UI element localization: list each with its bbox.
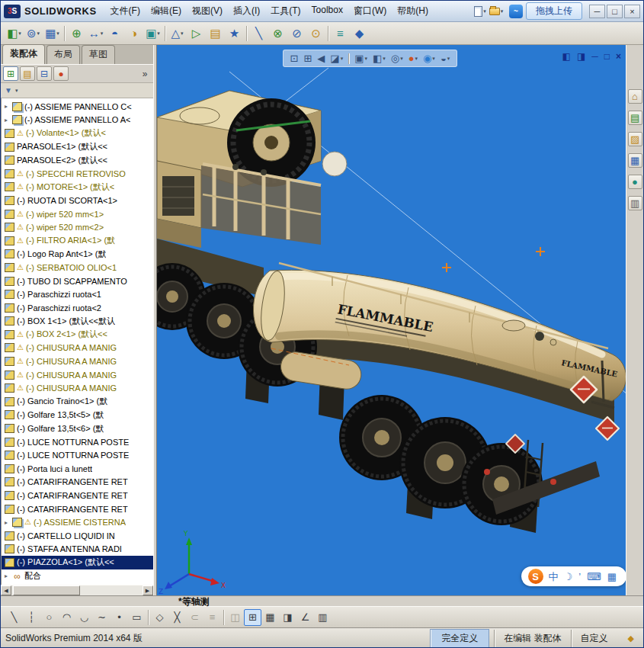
feature-tree-item[interactable]: ▸ ⚠ (-) CATARIFRANGENTE RET	[2, 502, 153, 516]
viewport-minimize-button[interactable]: ─	[591, 51, 598, 62]
menubar-item[interactable]: 插入(I)	[228, 2, 265, 21]
feature-tree-item[interactable]: ▸ ⚠ (-) RUOTA DI SCORTA<1>	[2, 194, 153, 207]
feature-tree-item[interactable]: ▸ ⚠ (-) SPECCHI RETROVISO	[2, 167, 153, 181]
clearance-verification-button[interactable]: ⊘ ▾	[287, 24, 306, 43]
units-settings-button[interactable]: ◨	[279, 609, 296, 626]
scroll-left-button[interactable]: ◀	[1, 585, 11, 595]
feature-tree-item[interactable]: ▸ ⚠ (-) ASSIEME PANNELLO A<	[2, 114, 153, 127]
feature-tree-item[interactable]: ▸ ⚠ (-) Volante<1> (默认<	[2, 127, 153, 140]
sketch-circle-button[interactable]: ○	[40, 609, 58, 626]
menubar-item[interactable]: 工具(T)	[265, 2, 306, 21]
expand-arrow-icon[interactable]: ▸	[5, 117, 10, 124]
feature-tree-item[interactable]: ▸ ⚠ (-) LUCE NOTTURNA POSTE	[2, 435, 153, 449]
appearances-scenes-button[interactable]: ●	[628, 175, 642, 189]
scroll-right-button[interactable]: ▶	[143, 585, 153, 595]
ime-toolbox-icon[interactable]: ▦	[607, 572, 617, 582]
tree-horizontal-scrollbar[interactable]: ◀ ▶	[1, 585, 153, 595]
feature-tree-item[interactable]: ▸ ⚠ (-) CATARIFRANGENTE RET	[2, 489, 153, 502]
view-palette-button[interactable]: ▦	[628, 153, 642, 168]
reference-geometry-button[interactable]: △ ▾	[168, 24, 187, 43]
angle-snap-button[interactable]: ∠	[296, 609, 314, 626]
ime-mode-toggle[interactable]: 中	[549, 572, 559, 582]
feature-tree-item[interactable]: ▸ ⚠ (-) Gancio Traino<1> (默	[2, 395, 153, 409]
mirror-entities-button[interactable]: ◫	[226, 609, 244, 626]
zoom-to-fit-button[interactable]: ⊡ ▾	[288, 52, 301, 65]
feature-tree-item[interactable]: ▸ ⚠ (-) Paraschizzi ruota<2	[2, 301, 153, 315]
sketch-spline-button[interactable]: ∼	[93, 609, 111, 626]
feature-tree-item[interactable]: ▸ ⚠ (-) Golfare 13,5t<6> (默	[2, 422, 153, 435]
grid-system-button[interactable]: ⊞	[244, 609, 261, 626]
feature-tree-item[interactable]: ▸ ⚠ PARASOLE<2> (默认<<	[2, 153, 153, 167]
feature-tree-item[interactable]: ▸ ⚠ (-) Porta luci a lunett	[2, 462, 153, 476]
view-orientation-button[interactable]: ▣ ▾	[352, 52, 370, 65]
insert-components-button[interactable]: ◧ ▾	[5, 24, 24, 43]
configurationmanager-tab[interactable]: ⊟	[37, 66, 52, 81]
feature-tree-item[interactable]: ▸ ⚠ (-) BOX 1<1> (默认<<默认	[2, 315, 153, 329]
quick-tips-icon[interactable]: ◆	[617, 634, 639, 643]
open-document-button[interactable]: ▾	[489, 4, 504, 19]
feature-tree-item[interactable]: ▸ ⚠ (-) ASSIEME CISTERNA	[2, 515, 153, 529]
close-button[interactable]: ×	[624, 5, 640, 18]
design-library-button[interactable]: ▤	[628, 111, 642, 125]
soft-keyboard-icon[interactable]: ⌨	[587, 572, 601, 582]
feature-tree-item[interactable]: ▸ ⚠ (-) PIAZZOLA<1> (默认<<	[2, 556, 153, 569]
feature-tree-item[interactable]: ▸ ⚠ 配合	[2, 569, 153, 583]
feature-tree-item[interactable]: ▸ ⚠ (-) ASSIEME PANNELLO C<	[2, 100, 153, 114]
symbol-entry-icon[interactable]: ’	[578, 572, 581, 582]
snap-options-button[interactable]: ▦	[261, 609, 279, 626]
feature-tree-item[interactable]: ▸ ⚠ (-) CARTELLO LIQUIDI IN	[2, 529, 153, 543]
sketch-tangent-arc-button[interactable]: ◡	[75, 609, 93, 626]
drag-upload-button[interactable]: 拖拽上传	[526, 2, 582, 20]
sketch-point-button[interactable]: •	[111, 609, 128, 626]
sketch-arc-button[interactable]: ◠	[58, 609, 75, 626]
feature-tree-item[interactable]: ▸ ⚠ (-) TUBO DI SCAPPAMENTO	[2, 274, 153, 288]
convert-entities-button[interactable]: ⊂	[186, 609, 203, 626]
section-view-button[interactable]: ◪ ▾	[328, 52, 345, 65]
assembly-features-button[interactable]: ▣ ▾	[143, 24, 162, 43]
bill-of-materials-button[interactable]: ▤ ▾	[206, 24, 225, 43]
feature-tree-item[interactable]: ▸ ⚠ (-) BOX 2<1> (默认<<	[2, 328, 153, 342]
commandmanager-tab[interactable]: 布局	[46, 45, 80, 64]
feature-tree-item[interactable]: ▸ ⚠ (-) CHIUSURA A MANIG	[2, 368, 153, 382]
offset-entities-button[interactable]: ≡	[203, 609, 221, 626]
previous-view-button[interactable]: ◀ ▾	[315, 52, 327, 65]
sketch-rectangle-button[interactable]: ▭	[128, 609, 146, 626]
exploded-view-button[interactable]: ★ ▾	[225, 24, 244, 43]
zoom-to-area-button[interactable]: ⊞ ▾	[301, 52, 314, 65]
apply-scene-button[interactable]: ◉ ▾	[421, 52, 437, 65]
minimize-button[interactable]: ─	[589, 5, 605, 18]
feature-tree-item[interactable]: ▸ ⚠ (-) Golfare 13,5t<5> (默	[2, 409, 153, 422]
commandmanager-tab[interactable]: 草图	[82, 45, 115, 64]
menubar-item[interactable]: Toolbox	[306, 2, 348, 21]
feature-tree-item[interactable]: ▸ ⚠ (-) LUCE NOTTURNA POSTE	[2, 448, 153, 462]
mass-properties-button[interactable]: ◆ ▾	[350, 24, 369, 43]
menubar-item[interactable]: 帮助(H)	[392, 2, 434, 21]
menubar-item[interactable]: 视图(V)	[187, 2, 228, 21]
solidworks-resources-button[interactable]: ⌂	[628, 89, 642, 104]
view-settings-button[interactable]: ◒ ▾	[438, 52, 452, 65]
skin-moon-icon[interactable]: ☽	[564, 572, 573, 582]
hide-show-items-button[interactable]: ◎ ▾	[389, 52, 405, 65]
measure-button[interactable]: ≡ ▾	[331, 24, 350, 43]
new-document-button[interactable]: ▾	[473, 4, 488, 19]
maximize-button[interactable]: □	[607, 5, 623, 18]
feature-tree-item[interactable]: ▸ ⚠ (-) CHIUSURA A MANIG	[2, 354, 153, 368]
scrollbar-thumb[interactable]	[13, 585, 80, 595]
graphics-viewport[interactable]: FLAMMABLE FLAMMABLE	[157, 45, 626, 595]
trim-entities-button[interactable]: ╳	[168, 609, 186, 626]
viewport-split-left-button[interactable]: ◧	[562, 51, 571, 62]
mate-button[interactable]: ⊚ ▾	[24, 24, 43, 43]
sketch-centerline-button[interactable]: ┆	[23, 609, 40, 626]
edit-appearance-button[interactable]: ● ▾	[406, 52, 420, 65]
viewport-restore-button[interactable]: □	[604, 51, 610, 62]
featuremanager-tab[interactable]: ⊞	[3, 66, 18, 81]
panel-overflow-chevron[interactable]: »	[143, 69, 151, 79]
interference-detection-button[interactable]: ⊗ ▾	[268, 24, 287, 43]
menubar-item[interactable]: 文件(F)	[105, 2, 146, 21]
sketch-line-button[interactable]: ╲	[5, 609, 23, 626]
feature-tree-item[interactable]: ▸ ⚠ (-) FILTRO ARIA<1> (默	[2, 234, 153, 248]
cloud-upload-icon[interactable]: ~	[509, 5, 523, 18]
file-explorer-button[interactable]: ▨	[628, 132, 642, 146]
smart-fasteners-button[interactable]: ⊕ ▾	[67, 24, 86, 43]
expand-arrow-icon[interactable]: ▸	[5, 519, 10, 526]
